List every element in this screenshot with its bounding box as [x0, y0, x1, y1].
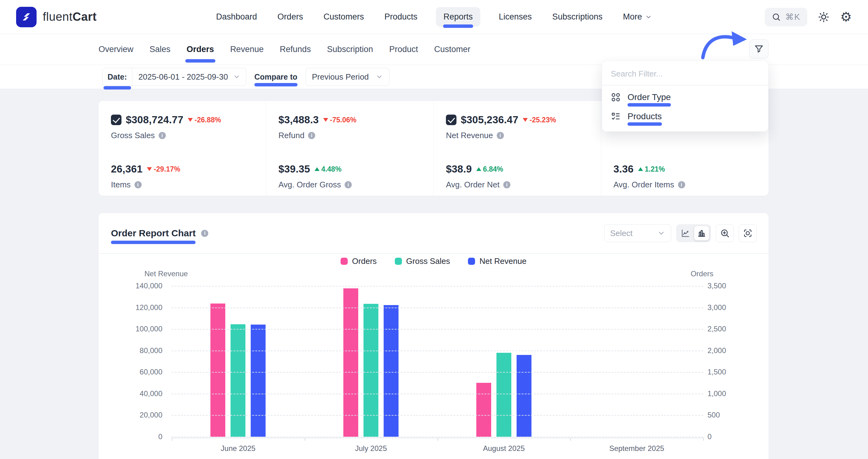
- bar-net-revenue-july-2025[interactable]: [384, 305, 399, 437]
- nav-item-label: More: [623, 12, 642, 22]
- right-axis-tick: 3,000: [708, 303, 726, 312]
- chart-title-text: Order Report Chart: [111, 228, 195, 238]
- info-icon[interactable]: [308, 132, 315, 139]
- right-axis-tick: 2,000: [708, 346, 726, 355]
- stat-label: Avg. Order Gross: [279, 180, 341, 190]
- bar-gross-sales-june-2025[interactable]: [230, 324, 245, 437]
- compare-period-select[interactable]: Previous Period: [306, 68, 390, 86]
- global-search-button[interactable]: ⌘K: [765, 8, 807, 26]
- main-nav: DashboardOrdersCustomersProductsReportsL…: [214, 0, 654, 34]
- stat-delta-text: -75.06%: [330, 116, 357, 124]
- bar-net-revenue-august-2025[interactable]: [517, 355, 531, 437]
- filter-item-order-type[interactable]: Order Type: [611, 92, 760, 102]
- metric-checkbox-checked[interactable]: [446, 114, 457, 125]
- chart-plot-area[interactable]: June 2025July 2025August 2025September 2…: [172, 286, 703, 437]
- gridline: [172, 437, 703, 437]
- legend-item-net-revenue[interactable]: Net Revenue: [468, 257, 527, 266]
- info-icon[interactable]: [678, 181, 685, 188]
- chart-metric-select[interactable]: Select: [604, 224, 671, 242]
- nav-item-reports[interactable]: Reports: [436, 7, 480, 27]
- stat-value-row: 26,361-29.17%: [111, 163, 260, 175]
- info-icon[interactable]: [497, 132, 504, 139]
- filter-search-input[interactable]: [611, 69, 760, 79]
- stat-delta-text: -29.17%: [154, 165, 180, 173]
- nav-item-label: Products: [384, 12, 417, 22]
- right-axis-tick: 0: [708, 432, 712, 441]
- date-label-text: Date:: [107, 72, 127, 81]
- tab-label: Refunds: [280, 44, 311, 54]
- chart-legend: OrdersGross SalesNet Revenue: [98, 257, 769, 266]
- tab-customer[interactable]: Customer: [434, 34, 470, 65]
- bar-group-july-2025: [305, 286, 438, 437]
- chart-divider: [98, 253, 769, 254]
- sun-icon: [818, 11, 830, 23]
- nav-item-licenses[interactable]: Licenses: [497, 7, 534, 27]
- info-icon[interactable]: [159, 132, 166, 139]
- nav-item-label: Dashboard: [216, 12, 257, 22]
- nav-item-dashboard[interactable]: Dashboard: [214, 7, 259, 27]
- bar-orders-july-2025[interactable]: [343, 288, 358, 437]
- metric-checkbox-checked[interactable]: [111, 114, 122, 125]
- stat-label-row: Items: [111, 180, 260, 190]
- filter-item-products[interactable]: Products: [611, 111, 760, 122]
- tab-orders[interactable]: Orders: [187, 34, 214, 65]
- legend-item-orders[interactable]: Orders: [341, 257, 376, 266]
- nav-item-more[interactable]: More: [621, 7, 654, 27]
- select-placeholder: Select: [610, 229, 632, 238]
- annotation-underline: [443, 25, 473, 28]
- filter-item-label: Order Type: [627, 92, 671, 102]
- stat-label: Items: [111, 180, 131, 190]
- chevron-down-icon: [376, 73, 383, 80]
- info-icon[interactable]: [134, 181, 142, 188]
- stat-delta: -75.06%: [323, 116, 357, 124]
- topbar: fluentCart DashboardOrdersCustomersProdu…: [0, 0, 868, 34]
- nav-item-customers[interactable]: Customers: [322, 7, 366, 27]
- triangle-down-icon: [523, 118, 528, 122]
- brand-name-bold: Cart: [72, 10, 97, 23]
- order-report-chart-card: Order Report Chart Select: [98, 213, 769, 459]
- stat-delta-text: 4.48%: [321, 165, 341, 173]
- info-icon[interactable]: [345, 181, 352, 188]
- bar-group-august-2025: [438, 286, 570, 437]
- filter-item-text: Products: [627, 111, 662, 121]
- legend-item-gross-sales[interactable]: Gross Sales: [395, 257, 450, 266]
- info-icon[interactable]: [201, 230, 208, 237]
- bar-orders-june-2025[interactable]: [210, 303, 225, 437]
- x-axis-tickmark: [172, 438, 172, 441]
- date-range-picker[interactable]: Date: 2025-06-01 - 2025-09-30: [102, 68, 246, 86]
- date-range-value[interactable]: 2025-06-01 - 2025-09-30: [132, 68, 246, 86]
- products-checklist-icon: [611, 111, 621, 122]
- bar-orders-august-2025[interactable]: [476, 383, 491, 437]
- stat-cell-gross-sales: $308,724.77-26.88%Gross Sales: [98, 101, 266, 149]
- zoom-in-button[interactable]: [716, 224, 734, 242]
- bars-area: [172, 286, 703, 437]
- filter-items: Order TypeProducts: [602, 86, 768, 131]
- tab-revenue[interactable]: Revenue: [230, 34, 264, 65]
- theme-toggle-button[interactable]: [818, 11, 830, 23]
- tab-subscription[interactable]: Subscription: [327, 34, 373, 65]
- annotation-underline: [111, 241, 195, 244]
- settings-button[interactable]: [840, 10, 852, 24]
- line-chart-toggle-button[interactable]: [678, 226, 693, 240]
- tab-sales[interactable]: Sales: [150, 34, 171, 65]
- tab-overview[interactable]: Overview: [98, 34, 133, 65]
- filter-button[interactable]: [749, 39, 769, 59]
- brand[interactable]: fluentCart: [16, 7, 97, 27]
- bar-chart-toggle-button[interactable]: [694, 226, 709, 240]
- data-zoom-reset-button[interactable]: [739, 224, 757, 242]
- nav-item-orders[interactable]: Orders: [276, 7, 305, 27]
- tab-product[interactable]: Product: [389, 34, 418, 65]
- stat-label-row: Avg. Order Net: [446, 180, 595, 190]
- nav-item-subscriptions[interactable]: Subscriptions: [550, 7, 604, 27]
- bar-net-revenue-june-2025[interactable]: [251, 325, 266, 437]
- info-icon[interactable]: [503, 181, 510, 188]
- nav-item-products[interactable]: Products: [382, 7, 419, 27]
- bar-gross-sales-august-2025[interactable]: [496, 353, 511, 437]
- triangle-up-icon: [314, 167, 319, 171]
- stat-delta-text: -25.23%: [530, 116, 556, 124]
- tab-refunds[interactable]: Refunds: [280, 34, 311, 65]
- legend-swatch: [341, 258, 348, 265]
- right-axis-tick: 3,500: [708, 282, 726, 290]
- bar-gross-sales-july-2025[interactable]: [364, 304, 378, 437]
- annotation-underline: [627, 122, 662, 126]
